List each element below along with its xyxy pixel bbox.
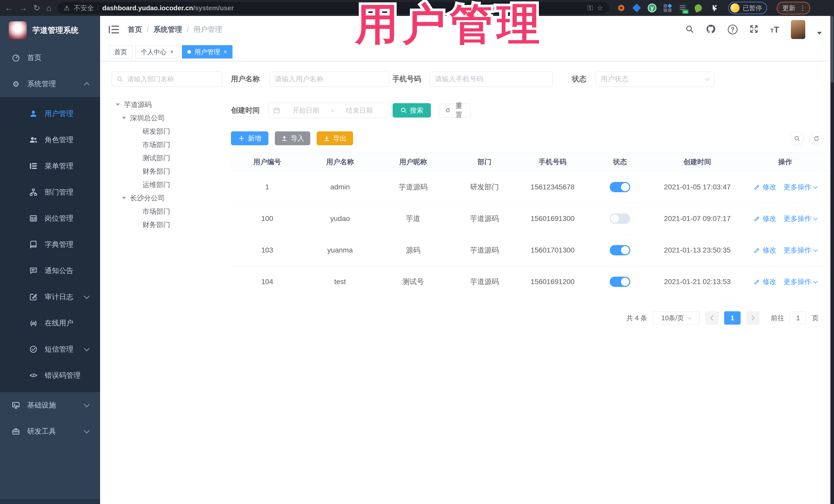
bookmark-star-icon[interactable]: ☆ (597, 4, 603, 12)
more-actions-link[interactable]: 更多操作 (784, 182, 811, 192)
sidebar-item-error-codes[interactable]: </> 错误码管理 (0, 363, 100, 389)
edit-link[interactable]: 修改 (763, 182, 776, 192)
breadcrumb-current: 用户管理 (194, 25, 222, 35)
edit-link[interactable]: 修改 (763, 214, 776, 223)
cell-mobile: 15601701300 (520, 246, 586, 254)
close-icon[interactable]: × (224, 49, 227, 54)
more-actions-link[interactable]: 更多操作 (784, 214, 811, 223)
sidebar-item-notices[interactable]: 通知公告 (0, 258, 100, 284)
tree-node-dept[interactable]: 市场部门 (112, 205, 222, 218)
prev-page-button[interactable] (705, 311, 719, 325)
reset-button[interactable]: 重置 (439, 103, 470, 117)
tree-expand-icon[interactable] (116, 104, 120, 106)
browser-profile-button[interactable]: 已暂停 (728, 2, 767, 14)
tab-home[interactable]: 首页 (109, 45, 132, 59)
password-key-icon[interactable]: ⚿ (587, 4, 593, 12)
page-size-select[interactable]: 10条/页 (653, 311, 700, 324)
github-icon[interactable] (706, 24, 716, 35)
forward-icon[interactable]: → (19, 4, 27, 12)
tab-user-management[interactable]: 用户管理 × (182, 45, 233, 59)
extensions-puzzle-icon[interactable] (709, 4, 718, 12)
tree-node-dept[interactable]: 财务部门 (112, 218, 222, 232)
home-icon[interactable]: ⌂ (46, 4, 51, 12)
breadcrumb-home[interactable]: 首页 (128, 25, 142, 35)
sidebar-item-dicts[interactable]: 字典管理 (0, 232, 100, 258)
more-actions-link[interactable]: 更多操作 (784, 246, 811, 255)
show-search-toggle-button[interactable] (790, 132, 804, 145)
edit-link[interactable]: 修改 (763, 277, 776, 286)
status-toggle[interactable] (610, 245, 630, 255)
app-logo[interactable]: 芋道管理系统 (0, 16, 100, 45)
fullscreen-icon[interactable] (749, 24, 759, 35)
status-toggle[interactable] (610, 182, 630, 192)
status-select-placeholder: 用户状态 (601, 74, 629, 84)
add-button[interactable]: 新增 (231, 131, 268, 145)
tree-node-dept[interactable]: 财务部门 (112, 165, 222, 178)
extension-green-blob-icon[interactable] (694, 4, 703, 12)
extension-grid-icon[interactable] (663, 4, 672, 12)
tree-expand-icon[interactable] (122, 117, 126, 119)
username-input[interactable] (269, 71, 389, 87)
tree-node-dept[interactable]: 研发部门 (112, 125, 222, 138)
sidebar-item-audit-log[interactable]: 审计日志 (0, 284, 100, 310)
tab-profile[interactable]: 个人中心 × (135, 45, 179, 59)
font-size-icon[interactable]: TT (770, 25, 779, 35)
import-button[interactable]: 导入 (275, 131, 310, 145)
mobile-input[interactable] (430, 71, 553, 87)
edit-link[interactable]: 修改 (763, 246, 776, 255)
avatar-caret-icon[interactable] (817, 32, 822, 35)
sidebar-item-sms[interactable]: 短信管理 (0, 336, 100, 363)
sidebar-item-system[interactable]: ⚙ 系统管理 (0, 71, 100, 97)
more-actions-link[interactable]: 更多操作 (784, 277, 811, 286)
next-page-button[interactable] (746, 311, 760, 325)
sidebar-item-label: 菜单管理 (45, 161, 73, 171)
search-icon[interactable] (685, 25, 694, 35)
sidebar-item-posts[interactable]: 岗位管理 (0, 205, 100, 232)
tree-node-company[interactable]: 深圳总公司 (112, 111, 222, 125)
tree-expand-icon[interactable] (122, 197, 126, 199)
sidebar-item-online-users[interactable]: (a) 在线用户 (0, 310, 100, 336)
sidebar-item-menus[interactable]: 菜单管理 (0, 153, 100, 179)
extension-on-badge-icon[interactable]: on (679, 4, 687, 12)
status-toggle[interactable] (610, 214, 630, 224)
cell-username: yudao (304, 215, 377, 223)
sidebar-item-users[interactable]: 用户管理 (0, 101, 100, 127)
export-button[interactable]: 导出 (317, 131, 353, 145)
sidebar-item-infrastructure[interactable]: 基础设施 (0, 392, 100, 418)
goto-page-input[interactable] (790, 311, 806, 324)
back-icon[interactable]: ← (5, 4, 13, 12)
collapse-sidebar-icon[interactable] (109, 25, 119, 34)
sidebar-item-departments[interactable]: 部门管理 (0, 179, 100, 205)
status-toggle[interactable] (610, 277, 630, 287)
sidebar-item-label: 错误码管理 (45, 371, 81, 380)
close-icon[interactable]: × (170, 49, 174, 54)
browser-update-button[interactable]: 更新 ⋮ (777, 2, 810, 14)
breadcrumb-section[interactable]: 系统管理 (153, 25, 182, 35)
extension-orange-ring-icon[interactable] (617, 4, 626, 12)
tree-node-root[interactable]: 芋道源码 (112, 98, 222, 111)
extension-blue-gem-icon[interactable] (632, 4, 641, 12)
help-icon[interactable]: ? (728, 25, 738, 35)
sidebar-item-home[interactable]: 首页 (0, 45, 100, 71)
tree-node-dept[interactable]: 运维部门 (112, 178, 222, 192)
dept-search-input[interactable] (127, 75, 217, 83)
tree-node-dept[interactable]: 市场部门 (112, 138, 222, 151)
extension-green-y-icon[interactable]: y (648, 4, 656, 12)
sidebar-item-roles[interactable]: 角色管理 (0, 127, 100, 153)
reload-icon[interactable]: ↻ (34, 4, 40, 12)
cell-status (586, 182, 654, 192)
refresh-table-button[interactable] (810, 132, 823, 145)
current-page-button[interactable]: 1 (724, 311, 741, 325)
browser-menu-icon[interactable]: ⋮ (799, 4, 806, 12)
status-select[interactable]: 用户状态 (595, 71, 715, 87)
user-avatar[interactable] (791, 20, 805, 39)
mobile-label: 手机号码 (392, 74, 421, 84)
tree-node-dept[interactable]: 测试部门 (112, 151, 222, 165)
sidebar-item-dev-tools[interactable]: 研发工具 (0, 418, 100, 444)
scrollbar-thumb[interactable] (831, 16, 833, 83)
page-scrollbar[interactable] (830, 16, 834, 504)
search-button[interactable]: 搜索 (393, 103, 431, 117)
date-range-picker[interactable]: 开始日期 - 结束日期 (268, 103, 388, 118)
dept-search-box[interactable] (112, 71, 222, 87)
tree-node-company[interactable]: 长沙分公司 (112, 192, 222, 205)
